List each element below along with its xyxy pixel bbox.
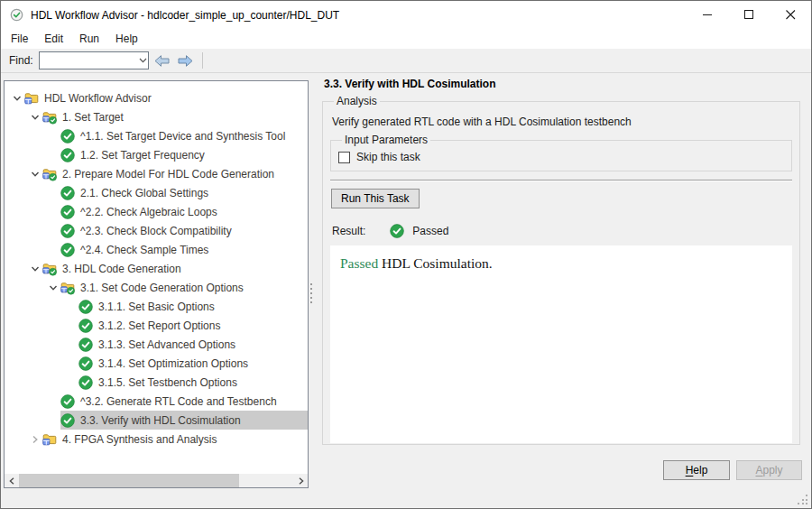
maximize-button[interactable]: [728, 1, 770, 29]
tree-item[interactable]: ^1.1. Set Target Device and Synthesis To…: [5, 126, 308, 145]
chevron-down-icon[interactable]: [28, 262, 42, 276]
tree-item-region[interactable]: ^3.2. Generate RTL Code and Testbench: [60, 392, 308, 411]
task-check-icon: [60, 394, 75, 409]
tree-item-region[interactable]: HDL Workflow Advisor: [24, 88, 308, 107]
chevron-spacer: [46, 186, 60, 200]
tree-item-label: 1.2. Set Target Frequency: [80, 149, 210, 162]
folder-check-icon: [60, 281, 75, 295]
tree-item-region[interactable]: 3.1. Set Code Generation Options: [60, 278, 308, 297]
tree-item[interactable]: ^2.2. Check Algebraic Loops: [5, 202, 308, 221]
tree-item[interactable]: 3. HDL Code Generation: [5, 259, 308, 278]
tree-item-region[interactable]: 3.1.1. Set Basic Options: [78, 297, 308, 316]
tree-item[interactable]: 3.1.2. Set Report Options: [5, 316, 308, 335]
tree-item[interactable]: 3.1. Set Code Generation Options: [5, 278, 308, 297]
tree-item-region[interactable]: 2.1. Check Global Settings: [60, 183, 308, 202]
result-message-rest: HDL Cosimulation.: [378, 255, 492, 271]
tree-item[interactable]: 3.1.5. Set Testbench Options: [5, 373, 308, 392]
tree-item[interactable]: 3.1.3. Set Advanced Options: [5, 335, 308, 354]
chevron-spacer: [64, 338, 78, 352]
result-message-box: Passed HDL Cosimulation.: [330, 245, 792, 443]
chevron-down-icon[interactable]: [28, 110, 42, 125]
tree-item-region[interactable]: 3.1.3. Set Advanced Options: [78, 335, 308, 354]
tree-item[interactable]: 3.3. Verify with HDL Cosimulation: [5, 411, 308, 430]
tree-item[interactable]: 1. Set Target: [5, 107, 308, 126]
tree-item[interactable]: ^2.4. Check Sample Times: [5, 240, 308, 259]
chevron-spacer: [46, 413, 60, 428]
run-this-task-button[interactable]: Run This Task: [331, 189, 420, 208]
task-check-icon: [60, 186, 75, 200]
menu-item-help[interactable]: Help: [107, 30, 146, 48]
tree-item[interactable]: 1.2. Set Target Frequency: [5, 145, 308, 164]
apply-button[interactable]: Apply: [736, 460, 802, 480]
chevron-down-icon[interactable]: [10, 91, 24, 106]
find-next-icon[interactable]: [176, 52, 196, 69]
tree-item[interactable]: 2. Prepare Model For HDL Code Generation: [5, 164, 308, 183]
tree-item-label: 4. FPGA Synthesis and Analysis: [62, 433, 222, 446]
task-check-icon: [78, 356, 93, 371]
tree-item-region[interactable]: 3.1.2. Set Report Options: [78, 316, 308, 335]
tree-horizontal-scrollbar[interactable]: [5, 474, 308, 487]
find-combobox[interactable]: [39, 51, 149, 69]
close-button[interactable]: [770, 1, 811, 29]
tree-item-label: 2.1. Check Global Settings: [80, 187, 214, 199]
toolbar-separator: [202, 52, 203, 69]
tree-item[interactable]: 3.1.1. Set Basic Options: [5, 297, 308, 316]
folder-check-icon: [42, 167, 57, 181]
chevron-spacer: [46, 148, 60, 162]
scroll-left-icon[interactable]: [5, 474, 18, 487]
task-check-icon: [78, 375, 93, 390]
chevron-spacer: [64, 300, 78, 314]
chevron-right-icon[interactable]: [28, 432, 42, 447]
input-parameters-legend: Input Parameters: [342, 134, 430, 146]
tree-item-region[interactable]: 4. FPGA Synthesis and Analysis: [42, 430, 308, 449]
tree-item[interactable]: ^2.3. Check Block Compatibility: [5, 221, 308, 240]
menu-item-file[interactable]: File: [3, 30, 36, 48]
result-message-highlight: Passed: [340, 255, 378, 271]
tree-item[interactable]: 4. FPGA Synthesis and Analysis: [5, 430, 308, 449]
tree-item-region[interactable]: ^1.1. Set Target Device and Synthesis To…: [60, 126, 308, 145]
result-label: Result:: [332, 225, 365, 237]
tree-item-region[interactable]: ^2.4. Check Sample Times: [60, 240, 308, 259]
tree-item-region[interactable]: 3.1.4. Set Optimization Options: [78, 354, 308, 373]
splitter-handle-icon: [310, 281, 312, 306]
tree-item-region[interactable]: 3. HDL Code Generation: [42, 259, 308, 278]
chevron-down-icon[interactable]: [46, 281, 60, 295]
menu-bar: FileEditRunHelp: [1, 29, 811, 49]
tree-item[interactable]: 3.1.4. Set Optimization Options: [5, 354, 308, 373]
menu-item-run[interactable]: Run: [71, 30, 107, 48]
tree-item[interactable]: 2.1. Check Global Settings: [5, 183, 308, 202]
workflow-tree-panel: HDL Workflow Advisor1. Set Target^1.1. S…: [4, 80, 309, 488]
scrollbar-track[interactable]: [18, 474, 294, 487]
help-button[interactable]: Help: [663, 460, 730, 480]
tree-item[interactable]: ^3.2. Generate RTL Code and Testbench: [5, 392, 308, 411]
scroll-right-icon[interactable]: [294, 474, 308, 487]
panel-splitter[interactable]: [309, 80, 319, 488]
tree-item-selected-region[interactable]: 3.3. Verify with HDL Cosimulation: [60, 411, 308, 430]
scrollbar-thumb[interactable]: [19, 474, 239, 487]
tree-item[interactable]: HDL Workflow Advisor: [5, 88, 308, 107]
result-status: Passed: [412, 225, 448, 237]
task-check-icon: [60, 205, 75, 219]
minimize-button[interactable]: [687, 1, 728, 29]
find-previous-icon[interactable]: [152, 52, 172, 69]
menu-item-edit[interactable]: Edit: [36, 30, 71, 48]
find-input[interactable]: [40, 53, 138, 68]
tree-item-label: ^2.4. Check Sample Times: [80, 244, 214, 256]
tree-item-region[interactable]: ^2.2. Check Algebraic Loops: [60, 202, 308, 221]
main-area: HDL Workflow Advisor1. Set Target^1.1. S…: [1, 73, 811, 508]
tree-item-region[interactable]: 1. Set Target: [42, 107, 308, 126]
chevron-spacer: [46, 205, 60, 219]
combo-dropdown-icon[interactable]: [138, 52, 148, 69]
task-check-icon: [78, 338, 93, 352]
task-detail-panel: 3.3. Verify with HDL Cosimulation Analys…: [319, 73, 803, 508]
tree-item-region[interactable]: ^2.3. Check Block Compatibility: [60, 221, 308, 240]
tree-item-region[interactable]: 2. Prepare Model For HDL Code Generation: [42, 164, 308, 183]
tree-item-label: 3.1.2. Set Report Options: [98, 319, 226, 332]
tree-item-region[interactable]: 3.1.5. Set Testbench Options: [78, 373, 308, 392]
chevron-down-icon[interactable]: [28, 167, 42, 181]
folder-badge-icon: [24, 91, 39, 106]
folder-check-icon: [42, 110, 57, 125]
tree-item-region[interactable]: 1.2. Set Target Frequency: [60, 145, 308, 164]
resize-grip-icon[interactable]: [798, 495, 807, 504]
skip-task-checkbox[interactable]: [338, 152, 350, 163]
